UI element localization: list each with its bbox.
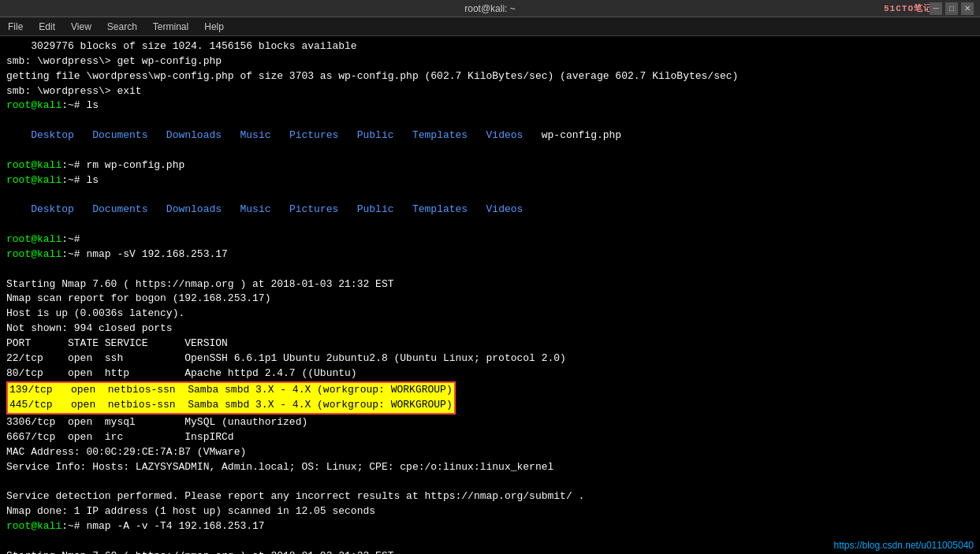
- ls-output-2: Desktop Documents Downloads Music Pictur…: [6, 188, 974, 232]
- line-14: Nmap scan report for bogon (192.168.253.…: [6, 292, 974, 307]
- ls-output-1: Desktop Documents Downloads Music Pictur…: [6, 113, 974, 158]
- line-28: Nmap done: 1 IP address (1 host up) scan…: [6, 504, 974, 519]
- window-controls: ─ □ ✕: [930, 2, 974, 15]
- line-2: smb: \wordpress\> get wp-config.php: [6, 54, 974, 69]
- line-17: PORT STATE SERVICE VERSION: [6, 336, 974, 351]
- menu-search[interactable]: Search: [102, 20, 142, 34]
- line-1: 3029776 blocks of size 1024. 1456156 blo…: [6, 39, 974, 54]
- menu-terminal[interactable]: Terminal: [148, 20, 193, 34]
- line-29: root@kali:~# nmap -A -v -T4 192.168.253.…: [6, 519, 974, 534]
- line-3: getting file \wordpress\wp-config.php of…: [6, 69, 974, 84]
- line-10: root@kali:~#: [6, 232, 974, 247]
- minimize-button[interactable]: ─: [930, 2, 942, 15]
- line-24: MAC Address: 00:0C:29:CE:7A:B7 (VMware): [6, 445, 974, 460]
- line-4: smb: \wordpress\> exit: [6, 84, 974, 99]
- menu-help[interactable]: Help: [199, 20, 229, 34]
- menu-bar: File Edit View Search Terminal Help: [0, 17, 980, 36]
- line-blank-1: [6, 262, 974, 277]
- line-25: Service Info: Hosts: LAZYSYSADMIN, Admin…: [6, 460, 974, 475]
- terminal-area[interactable]: 3029776 blocks of size 1024. 1456156 blo…: [0, 36, 980, 554]
- close-button[interactable]: ✕: [961, 2, 974, 15]
- line-31: Starting Nmap 7.60 ( https://nmap.org ) …: [6, 549, 974, 554]
- line-13: Starting Nmap 7.60 ( https://nmap.org ) …: [6, 277, 974, 292]
- maximize-button[interactable]: □: [945, 2, 958, 15]
- line-5: root@kali:~# ls: [6, 99, 974, 113]
- line-22: 3306/tcp open mysql MySQL (unauthorized): [6, 415, 974, 430]
- window-title: root@kali: ~: [464, 3, 516, 14]
- menu-view[interactable]: View: [66, 20, 96, 34]
- line-11: root@kali:~# nmap -sV 192.168.253.17: [6, 247, 974, 262]
- line-highlighted-2: 445/tcp open netbios-ssn Samba smbd 3.X …: [8, 398, 454, 413]
- line-27: Service detection performed. Please repo…: [6, 489, 974, 504]
- logo: 51CTO笔记: [884, 2, 933, 14]
- watermark: https://blog.csdn.net/u011005040: [834, 540, 974, 551]
- menu-file[interactable]: File: [3, 20, 28, 34]
- line-8: root@kali:~# ls: [6, 173, 974, 188]
- menu-edit[interactable]: Edit: [34, 20, 60, 34]
- title-bar: root@kali: ~ 51CTO笔记 ─ □ ✕: [0, 0, 980, 17]
- highlight-border-box: 139/tcp open netbios-ssn Samba smbd 3.X …: [6, 381, 456, 415]
- line-16: Not shown: 994 closed ports: [6, 322, 974, 336]
- line-23: 6667/tcp open irc InspIRCd: [6, 430, 974, 445]
- line-7: root@kali:~# rm wp-config.php: [6, 158, 974, 173]
- line-highlighted-1: 139/tcp open netbios-ssn Samba smbd 3.X …: [8, 383, 454, 398]
- line-19: 80/tcp open http Apache httpd 2.4.7 ((Ub…: [6, 366, 974, 381]
- line-blank-3: [6, 534, 974, 549]
- line-18: 22/tcp open ssh OpenSSH 6.6.1p1 Ubuntu 2…: [6, 351, 974, 366]
- line-15: Host is up (0.0036s latency).: [6, 307, 974, 322]
- line-blank-2: [6, 474, 974, 489]
